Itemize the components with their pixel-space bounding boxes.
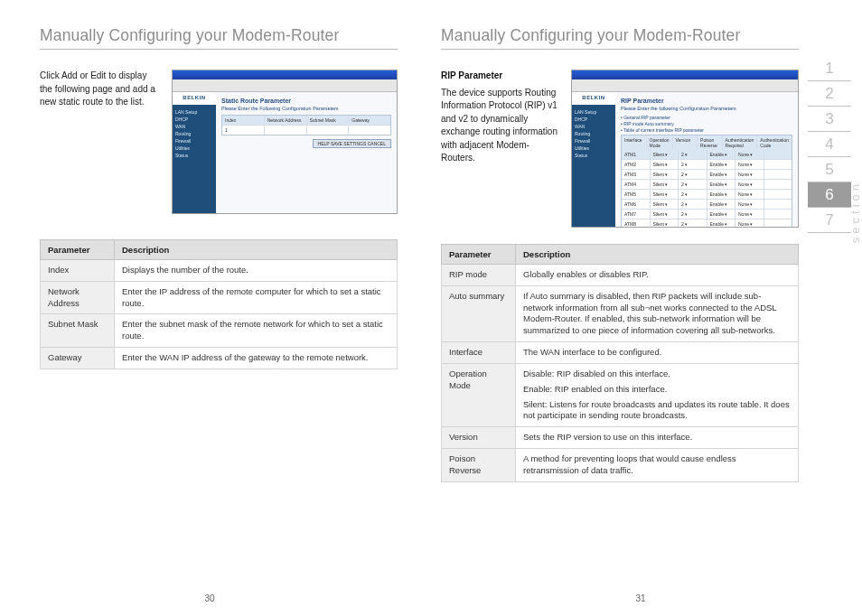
param-desc: Sets the RIP version to use on this inte…: [516, 427, 799, 449]
param-desc: Displays the number of the route.: [115, 260, 398, 282]
param-desc: The WAN interface to be configured.: [516, 342, 799, 364]
param-table-right: Parameter Description RIP modeGlobally e…: [441, 244, 799, 482]
param-name: Index: [41, 260, 115, 282]
param-name: Operation Mode: [442, 363, 516, 426]
page-number: 31: [635, 593, 645, 603]
param-name: Network Address: [41, 281, 115, 314]
section-tab-5[interactable]: 5: [808, 157, 851, 182]
param-desc: Disable: RIP disabled on this interface.…: [516, 363, 799, 426]
param-name: Subnet Mask: [41, 314, 115, 348]
screenshot-buttons: HELP SAVE SETTINGS CANCEL: [313, 139, 391, 148]
page-number: 30: [204, 593, 214, 603]
screenshot-static-route: BELKIN LAN SetupDHCPWANRoutingFirewallUt…: [172, 70, 398, 214]
param-desc: If Auto summary is disabled, then RIP pa…: [516, 285, 799, 341]
param-name: RIP mode: [442, 265, 516, 286]
param-desc: Enter the WAN IP address of the gateway …: [115, 348, 398, 369]
param-name: Auto summary: [442, 285, 516, 341]
page-title: Manually Configuring your Modem-Router: [40, 25, 369, 45]
screenshot-brand: BELKIN: [572, 92, 615, 105]
section-label: section: [848, 181, 862, 243]
section-tab-1[interactable]: 1: [808, 56, 851, 81]
intro-text: Click Add or Edit to display the followi…: [40, 70, 159, 214]
param-desc: Globally enables or disables RIP.: [516, 265, 799, 286]
screenshot-heading: Static Route Parameter: [221, 98, 391, 104]
section-tab-6[interactable]: 6: [808, 182, 851, 208]
th-parameter: Parameter: [41, 240, 115, 260]
rip-subhead: RIP Parameter: [441, 70, 558, 83]
param-desc: Enter the IP address of the remote compu…: [115, 281, 398, 314]
param-desc: Enter the subnet mask of the remote netw…: [115, 314, 398, 348]
screenshot-heading: RIP Parameter: [621, 98, 792, 104]
screenshot-sub: Please Enter the Following Configuration…: [221, 106, 391, 111]
page-left: Manually Configuring your Modem-Router C…: [0, 0, 419, 616]
param-name: Version: [442, 427, 516, 449]
screenshot-brand: BELKIN: [173, 92, 216, 105]
title-rule: [40, 49, 398, 50]
intro-block: RIP Parameter The device supports Routin…: [441, 70, 558, 228]
th-parameter: Parameter: [442, 245, 516, 265]
page-right: Manually Configuring your Modem-Router R…: [419, 0, 862, 616]
title-rule: [441, 49, 799, 50]
th-description: Description: [115, 240, 398, 260]
param-name: Poison Reverse: [442, 448, 516, 481]
screenshot-sub: Please Enter the following Configuration…: [621, 106, 792, 111]
section-tab-7[interactable]: 7: [808, 208, 851, 233]
param-table-left: Parameter Description IndexDisplays the …: [40, 239, 398, 369]
section-tab-3[interactable]: 3: [808, 107, 851, 132]
param-name: Gateway: [41, 348, 115, 369]
th-description: Description: [516, 245, 799, 265]
section-tab-2[interactable]: 2: [808, 81, 851, 107]
section-tab-4[interactable]: 4: [808, 132, 851, 157]
page-title: Manually Configuring your Modem-Router: [441, 25, 770, 45]
param-name: Interface: [442, 342, 516, 364]
section-tabs: 1234567: [808, 56, 851, 233]
param-desc: A method for preventing loops that would…: [516, 448, 799, 481]
screenshot-rip: BELKIN LAN SetupDHCPWANRoutingFirewallUt…: [571, 70, 799, 228]
intro-text: The device supports Routing Information …: [441, 88, 557, 163]
